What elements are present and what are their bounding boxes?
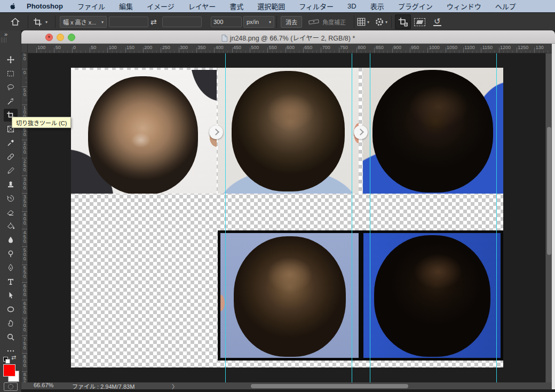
ruler-label: 1250 [518, 45, 528, 50]
ruler-label: 600 [287, 45, 295, 50]
ruler-label: 200 [22, 141, 27, 154]
separator [28, 15, 28, 28]
separator [391, 15, 392, 28]
swap-width-height-icon[interactable]: ⇄ [150, 13, 157, 31]
path-selection-tool[interactable] [4, 289, 18, 302]
menu-item-3[interactable]: イメージ [140, 1, 181, 11]
document-icon [221, 35, 227, 43]
image-arrow-overlay [354, 125, 368, 139]
ruler-label: 1100 [464, 45, 474, 50]
aspect-ratio-dropdown[interactable]: 幅 x 高さ x... ▾ [60, 16, 107, 28]
zoom-level-field[interactable]: 66.67% [34, 382, 53, 388]
quick-mask-button[interactable] [4, 382, 18, 391]
ruler-label: 900 [393, 45, 401, 50]
chevron-down-icon: ▾ [385, 20, 387, 25]
spot-healing-tool[interactable] [4, 150, 18, 163]
resolution-unit-dropdown[interactable]: px/in ▾ [243, 16, 274, 28]
options-bar: ▾ 幅 x 高さ x... ▾ ⇄ px/in ▾ [0, 12, 555, 30]
vertical-scrollbar[interactable] [545, 53, 552, 382]
marquee-tool[interactable] [4, 67, 18, 80]
content-aware-icon[interactable] [414, 13, 425, 31]
ruler-label: 500 [251, 45, 259, 50]
crop-settings-gear-icon[interactable]: ▾ [375, 13, 387, 31]
macos-menu-bar: Photoshopファイル編集イメージレイヤー書式選択範囲フィルター3D表示プラ… [0, 0, 555, 12]
menu-item-6[interactable]: 選択範囲 [250, 1, 292, 11]
ruler-label: 250 [162, 45, 170, 50]
separator [276, 15, 277, 28]
menu-item-9[interactable]: 表示 [363, 1, 391, 11]
straighten-label[interactable]: 角度補正 [322, 18, 346, 26]
canvas-guide[interactable] [352, 53, 352, 382]
move-tool[interactable] [4, 53, 18, 66]
separator [354, 15, 354, 28]
pencil-tool[interactable] [4, 164, 18, 177]
resolution-input[interactable] [211, 17, 242, 27]
paint-bucket-tool[interactable] [4, 220, 18, 233]
menu-item-11[interactable]: ウィンドウ [440, 1, 488, 11]
menu-item-2[interactable]: 編集 [112, 1, 140, 11]
chevron-down-icon: ▾ [45, 20, 47, 25]
canvas-guide[interactable] [225, 53, 226, 382]
menu-item-8[interactable]: 3D [340, 2, 363, 10]
ruler-label: 800 [358, 45, 366, 50]
horizontal-ruler[interactable]: 1005005010015020025030035040045050055060… [28, 44, 552, 53]
menu-item-10[interactable]: プラグイン [391, 1, 440, 11]
crop-tool-preset-icon[interactable]: ▾ [33, 13, 47, 31]
delete-cropped-pixels-toggle[interactable] [395, 14, 411, 29]
apple-menu-icon[interactable] [9, 2, 16, 11]
ruler-label: 750 [340, 45, 348, 50]
eraser-tool[interactable] [4, 206, 18, 219]
eyedropper-tool[interactable] [4, 137, 18, 149]
ruler-label: 550 [22, 265, 27, 278]
chevron-down-icon: ▾ [269, 20, 271, 25]
overlay-grid-icon[interactable]: ▾ [356, 13, 369, 31]
dodge-tool[interactable] [4, 247, 18, 260]
canvas-guide[interactable] [496, 53, 497, 382]
menu-item-5[interactable]: 書式 [223, 1, 250, 11]
hand-tool[interactable] [4, 317, 18, 330]
reset-icon[interactable]: ↺ [433, 13, 441, 31]
ruler-label: 450 [22, 230, 27, 243]
menu-item-7[interactable]: フィルター [292, 1, 340, 11]
menu-item-12[interactable]: ヘルプ [488, 1, 523, 11]
artboard-transparency-checker [71, 68, 503, 367]
straighten-icon[interactable] [308, 17, 319, 27]
horizontal-scrollbar-thumb[interactable] [251, 384, 408, 388]
lasso-tool[interactable] [4, 81, 18, 94]
default-swap-colors-icon[interactable]: ⇄ [3, 355, 18, 363]
history-brush-tool[interactable] [4, 192, 18, 205]
tools-panel: » ⇄ [0, 30, 21, 392]
ruler-label: 250 [22, 158, 27, 171]
blur-tool[interactable] [4, 234, 18, 246]
clone-stamp-tool[interactable] [4, 178, 18, 191]
chevron-down-icon: ▾ [101, 20, 104, 25]
type-tool[interactable] [4, 275, 18, 288]
menu-item-4[interactable]: レイヤー [181, 1, 223, 11]
panel-grip[interactable] [1, 37, 7, 43]
tooltip: 切り抜きツール (C) [12, 117, 71, 128]
window-bottom-strip [21, 389, 555, 392]
crop-width-input[interactable] [109, 17, 148, 27]
ruler-label: 400 [22, 212, 27, 225]
foreground-color-swatch[interactable] [3, 364, 15, 377]
panel-collapse-icon[interactable]: » [4, 31, 7, 37]
crop-height-input[interactable] [162, 17, 202, 27]
magic-wand-tool[interactable] [4, 95, 18, 108]
document-title-bar[interactable]: jn248.png @ 66.7% (レイヤー 2, RGB/8) * [21, 30, 555, 44]
ruler-label: 500 [22, 247, 27, 260]
menu-item-photoshop[interactable]: Photoshop [19, 2, 70, 10]
home-icon[interactable] [11, 13, 20, 31]
ruler-label: 50 [91, 45, 96, 50]
pen-tool[interactable] [4, 261, 18, 274]
ruler-label: 700 [322, 45, 330, 50]
vertical-scrollbar-thumb[interactable] [547, 127, 551, 255]
ruler-label: 0 [22, 70, 27, 74]
canvas-area[interactable] [28, 53, 552, 382]
zoom-tool[interactable] [4, 331, 18, 343]
menu-item-1[interactable]: ファイル [70, 1, 112, 11]
vertical-ruler[interactable]: 5005010015020025030035040045050055060065… [21, 53, 28, 382]
canvas-guide[interactable] [370, 53, 370, 382]
ellipse-shape-tool[interactable] [4, 303, 18, 316]
clear-button[interactable]: 消去 [281, 16, 302, 28]
ruler-corner[interactable] [21, 44, 28, 53]
